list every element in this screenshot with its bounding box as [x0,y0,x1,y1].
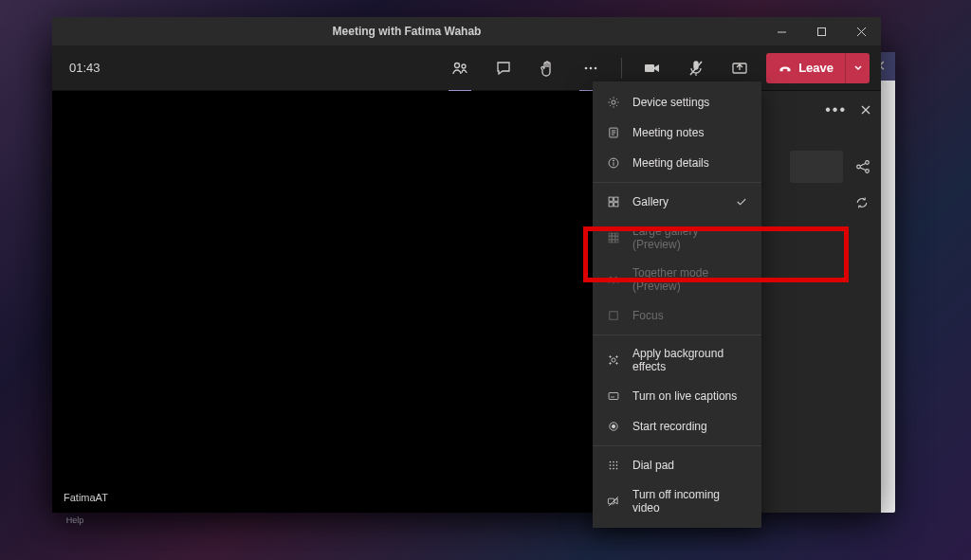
panel-more-button[interactable]: ••• [825,101,847,118]
menu-label: Large gallery (Preview) [632,225,748,251]
menu-together-mode: Together mode (Preview) [593,259,761,300]
menu-label: Meeting notes [632,126,704,139]
panel-close-button[interactable] [860,104,871,116]
menu-label: Device settings [632,96,709,109]
mic-button[interactable] [679,51,713,85]
dialpad-icon [606,458,621,473]
menu-label: Meeting details [632,156,709,170]
svg-point-61 [616,468,618,470]
gear-icon [606,95,621,110]
svg-rect-38 [609,240,612,243]
svg-point-56 [610,464,612,466]
large-gallery-icon [606,230,621,245]
svg-rect-31 [614,203,618,207]
panel-share-icon[interactable] [854,158,871,175]
menu-label: Turn off incoming video [632,488,748,515]
muted-participant-box[interactable] [790,151,843,183]
titlebar: Meeting with Fatima Wahab [52,17,881,45]
svg-point-16 [866,161,870,165]
focus-icon [606,308,621,323]
gallery-icon [606,194,621,209]
menu-label: Dial pad [632,459,674,472]
svg-point-52 [612,425,615,428]
svg-rect-40 [615,240,618,243]
menu-label: Apply background effects [632,347,748,373]
menu-meeting-details[interactable]: Meeting details [593,148,761,178]
svg-point-60 [613,468,614,470]
svg-point-42 [614,277,617,280]
raise-hand-button[interactable] [530,51,564,85]
svg-point-57 [613,464,614,466]
svg-point-47 [610,363,611,364]
menu-dial-pad[interactable]: Dial pad [593,450,761,480]
maximize-button[interactable] [801,17,841,45]
svg-rect-28 [609,197,613,201]
participant-name: FatimaAT [64,492,108,503]
menu-live-captions[interactable]: cc Turn on live captions [593,381,761,411]
camera-button[interactable] [635,51,669,85]
svg-point-20 [612,100,615,104]
svg-point-55 [616,461,618,463]
svg-text:cc: cc [611,394,614,399]
menu-background-effects[interactable]: Apply background effects [593,339,761,381]
more-actions-menu: Device settings Meeting notes Meeting de… [593,81,761,528]
svg-point-54 [613,461,614,463]
svg-point-48 [616,363,617,364]
share-button[interactable] [723,51,757,85]
svg-rect-1 [817,27,825,35]
captions-icon: cc [606,388,621,404]
svg-rect-30 [609,203,613,207]
leave-button[interactable]: Leave [766,53,870,83]
close-button[interactable] [841,17,881,45]
menu-label: Together mode (Preview) [632,266,748,293]
menu-start-recording[interactable]: Start recording [593,411,761,442]
menu-separator [593,182,761,183]
minimize-button[interactable] [761,17,801,45]
svg-point-7 [590,66,593,69]
svg-point-53 [610,461,612,463]
leave-label: Leave [798,61,834,75]
svg-point-44 [612,358,615,362]
participants-button[interactable] [443,51,477,85]
menu-label: Turn on live captions [632,389,737,403]
hangup-icon [778,61,793,76]
chat-button[interactable] [486,51,521,85]
svg-point-41 [610,277,613,280]
divider [621,58,622,79]
menu-label: Focus [632,309,664,322]
svg-point-6 [585,66,588,69]
menu-large-gallery: Large gallery (Preview) [593,217,761,259]
more-actions-button[interactable] [574,51,608,85]
info-icon [606,155,621,171]
rail-label: Help [66,515,84,525]
svg-point-59 [610,468,612,470]
svg-point-46 [616,356,617,357]
menu-meeting-notes[interactable]: Meeting notes [593,117,761,148]
menu-separator [593,445,761,446]
svg-point-4 [455,63,460,67]
svg-point-58 [616,464,618,466]
svg-point-45 [610,356,611,357]
call-timer: 01:43 [69,61,101,75]
leave-chevron[interactable] [845,53,870,83]
svg-line-18 [860,163,865,166]
svg-rect-43 [610,312,617,319]
svg-rect-37 [615,237,618,240]
svg-rect-35 [609,237,612,240]
svg-point-5 [462,64,466,68]
record-icon [606,419,621,434]
video-stage: FatimaAT [52,91,644,513]
svg-rect-39 [613,240,615,243]
sync-icon[interactable] [854,195,870,210]
menu-label: Gallery [632,195,669,208]
menu-device-settings[interactable]: Device settings [593,87,761,117]
window-title: Meeting with Fatima Wahab [52,25,761,38]
menu-turn-off-incoming-video[interactable]: Turn off incoming video [593,480,761,522]
video-off-icon [606,494,621,509]
svg-point-8 [595,66,597,69]
svg-line-63 [609,497,618,506]
svg-rect-9 [645,64,654,72]
menu-gallery[interactable]: Gallery [593,187,761,217]
notes-icon [606,125,621,140]
together-icon [606,272,621,287]
